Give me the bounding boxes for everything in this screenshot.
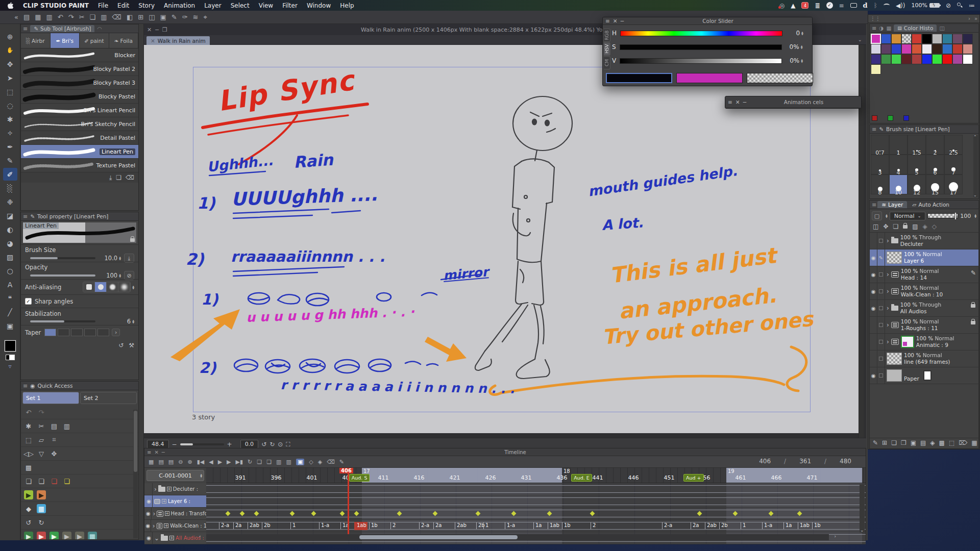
redo-icon[interactable]: ↷	[68, 14, 74, 20]
footer-swatch[interactable]	[903, 115, 909, 121]
brush-item[interactable]: Bri's Lineart Pencil	[21, 104, 138, 117]
import-icon[interactable]: ⤓	[109, 174, 112, 181]
taper-expand-button[interactable]: ›	[112, 329, 120, 336]
layer-row[interactable]: ◉ Paper	[870, 367, 978, 384]
main-color-swatch[interactable]	[5, 340, 16, 352]
cel-label[interactable]: 1b	[564, 522, 571, 528]
layer-checkbox[interactable]	[877, 266, 885, 283]
aa-none[interactable]	[83, 282, 95, 292]
opacity-slider[interactable]	[30, 274, 95, 277]
range-end[interactable]: 480	[840, 458, 851, 465]
brush-tool[interactable]: ✐	[3, 168, 17, 181]
menu-item-layer[interactable]: Layer	[200, 2, 226, 9]
stabilization-slider[interactable]	[30, 320, 95, 322]
history-swatch[interactable]	[942, 44, 952, 54]
reset-settings-icon[interactable]: ↺	[118, 342, 124, 348]
playhead[interactable]	[348, 468, 349, 534]
spinner[interactable]: ▲▼	[132, 285, 134, 289]
history-swatch[interactable]	[881, 44, 891, 54]
current-frame[interactable]: 406	[759, 458, 771, 465]
layer-command-1[interactable]: ⊞	[882, 440, 887, 446]
history-swatch[interactable]	[942, 54, 952, 64]
collapse-all-icon[interactable]: »	[974, 16, 977, 21]
quick-action-undo[interactable]: ↶	[24, 408, 33, 417]
reference-layer-icon[interactable]: ◈	[923, 223, 927, 230]
cel-label[interactable]: 1b	[371, 522, 378, 528]
list-icon[interactable]: ≔	[969, 3, 975, 9]
zoom-slider[interactable]	[180, 443, 224, 445]
blend-tool[interactable]: ◐	[3, 223, 17, 236]
menu-icon[interactable]: ≡	[728, 99, 732, 105]
brush-size-7[interactable]: 7	[944, 155, 963, 174]
search-icon[interactable]	[957, 3, 963, 8]
history-swatch[interactable]	[871, 34, 881, 44]
new-timeline-2[interactable]: ▤	[168, 459, 174, 465]
color-set-tab-icon[interactable]: ▦	[886, 25, 891, 31]
zoom-out-icon[interactable]: ⊖	[178, 459, 183, 465]
menu-icon[interactable]: ≡	[872, 25, 876, 32]
lock-alpha-icon[interactable]: ▨	[912, 223, 918, 230]
brush-size-17[interactable]: 17	[944, 174, 963, 194]
history-swatch[interactable]	[942, 34, 952, 44]
main-color-swatch[interactable]	[606, 73, 672, 83]
layer-visibility[interactable]	[870, 350, 877, 367]
layer-row[interactable]: ◉›100 % ThroughAll Audios	[870, 300, 978, 317]
vlc-icon[interactable]: ▲	[791, 3, 795, 9]
quick-action-flip-vertical[interactable]: ▽	[37, 449, 46, 458]
new-file-icon[interactable]: ▤	[23, 14, 30, 20]
taper-level-5[interactable]	[97, 329, 109, 336]
history-swatch[interactable]	[922, 34, 932, 44]
ruler-tool[interactable]: ╱	[3, 306, 17, 318]
cel-label[interactable]: 2-a	[421, 522, 429, 528]
clip-at-layer-icon[interactable]: ◫	[873, 223, 878, 230]
expand-icon[interactable]: ›	[887, 322, 889, 328]
history-swatch[interactable]	[963, 44, 973, 54]
quick-action-paste[interactable]: ▥	[62, 421, 71, 431]
transparent-swatch[interactable]	[747, 73, 813, 83]
fill-icon[interactable]: ◧	[127, 14, 133, 20]
layer-command-2[interactable]: ❏	[891, 440, 897, 446]
d-icon[interactable]: d	[863, 2, 868, 9]
brush-size-12[interactable]: 12	[908, 174, 926, 194]
quick-action-flip-horizontal[interactable]: ◁▷	[24, 449, 33, 458]
layer-command-9[interactable]: ⌦	[959, 440, 967, 446]
cel-label[interactable]: 1	[743, 522, 746, 528]
cel-label[interactable]: 2	[593, 522, 596, 528]
menu-item-story[interactable]: Story	[134, 2, 159, 9]
footer-swatch[interactable]	[888, 115, 893, 121]
layer-mask-icon[interactable]: ❏	[893, 223, 898, 230]
expand-icon[interactable]: ›	[887, 339, 889, 345]
flip-view-icon[interactable]: ≋	[193, 14, 199, 20]
brush-size-15[interactable]: 15	[926, 174, 944, 194]
range-start[interactable]: 361	[799, 458, 811, 465]
sub-tool-group-airbr[interactable]: ░Airbr	[21, 33, 51, 48]
brush-size-slider[interactable]	[30, 257, 95, 259]
track-lane[interactable]	[206, 495, 866, 508]
history-swatch[interactable]	[891, 44, 901, 54]
edit-track[interactable]: ✎	[339, 459, 344, 465]
lock-layer-icon[interactable]	[903, 225, 908, 229]
calendar-icon[interactable]: 4	[801, 2, 808, 9]
play[interactable]: ▶	[218, 459, 222, 465]
brush-size-1.5[interactable]: 1.5	[908, 135, 926, 155]
delete-cel[interactable]: ⌫	[327, 459, 335, 465]
next-frame[interactable]: ▶	[227, 459, 231, 465]
layer-command-4[interactable]: ▣	[911, 440, 916, 446]
brush-size-3[interactable]: 3	[871, 155, 889, 174]
sub-tool-tab[interactable]: ✎Sub Tool [Airbrush]	[30, 25, 94, 32]
brush-size-6[interactable]: 6	[926, 155, 944, 174]
brush-size-value[interactable]: 10.0	[105, 255, 118, 262]
track-head-transform[interactable]: ◉›+Head : Transform	[144, 508, 206, 520]
layer-command-0[interactable]: ✎	[873, 440, 878, 446]
brush-item[interactable]: Blocky Pastel 2	[21, 62, 138, 76]
cel-label[interactable]: 2-a	[221, 522, 229, 528]
expand-icon[interactable]: ›	[154, 486, 157, 492]
color-wheel-tab-icon[interactable]: ◑	[879, 25, 884, 31]
quick-action-copy[interactable]: ▤	[50, 421, 59, 431]
layer-checkbox[interactable]	[877, 233, 885, 249]
history-swatch[interactable]	[952, 44, 963, 54]
history-swatch[interactable]	[871, 44, 881, 54]
layer-visibility[interactable]: ◉	[870, 283, 877, 299]
history-swatch[interactable]	[912, 54, 922, 64]
layer-command-6[interactable]: ◈	[930, 440, 935, 446]
